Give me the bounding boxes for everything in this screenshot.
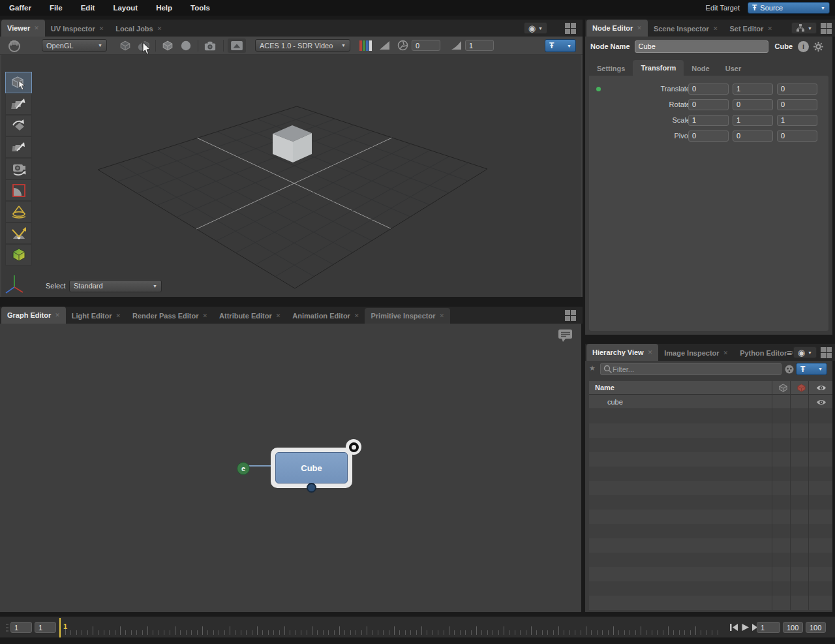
scale-z-input[interactable] <box>777 115 817 126</box>
close-icon[interactable]: ✕ <box>34 25 39 31</box>
node-editor-focus-menu[interactable]: ▼ <box>791 22 817 34</box>
channels-icon[interactable] <box>357 38 375 53</box>
tab-scene-inspector[interactable]: Scene Inspector ✕ <box>648 21 724 37</box>
translate-y-input[interactable] <box>733 84 773 95</box>
column-red-cube-icon[interactable] <box>797 383 806 393</box>
rotate-tool-button[interactable] <box>5 115 32 136</box>
close-icon[interactable]: ✕ <box>713 25 718 32</box>
tab-graph-editor[interactable]: Graph Editor ✕ <box>1 307 66 324</box>
menu-tools[interactable]: Tools <box>181 4 219 12</box>
tab-image-inspector[interactable]: Image Inspector ✕ <box>658 345 734 361</box>
gear-icon[interactable] <box>813 41 824 52</box>
frame-range-start-input[interactable] <box>10 622 32 633</box>
playback-range-end-input[interactable] <box>783 622 803 633</box>
tab-primitive-inspector[interactable]: Primitive Inspector ✕ <box>365 308 450 324</box>
graph-editor-canvas[interactable]: e Cube <box>0 324 581 612</box>
close-icon[interactable]: ✕ <box>767 25 772 32</box>
image-view-icon[interactable] <box>228 38 246 53</box>
exposure-input[interactable] <box>412 40 440 51</box>
playhead[interactable] <box>59 618 61 637</box>
close-icon[interactable]: ✕ <box>99 25 104 32</box>
tab-light-editor[interactable]: Light Editor ✕ <box>66 308 127 324</box>
annotation-icon[interactable] <box>558 329 573 343</box>
translate-x-input[interactable] <box>688 84 729 95</box>
display-transform-dropdown[interactable]: ACES 1.0 - SDR Video ▼ <box>255 39 350 52</box>
hierarchy-row-cube[interactable]: cube <box>589 395 832 409</box>
hierarchy-focus-menu[interactable]: ◉ ▼ <box>793 346 817 358</box>
close-icon[interactable]: ✕ <box>157 25 162 32</box>
rotate-x-input[interactable] <box>688 99 729 110</box>
sphere-icon[interactable] <box>177 38 195 53</box>
menu-layout[interactable]: Layout <box>104 4 147 12</box>
rotate-y-input[interactable] <box>733 99 773 110</box>
edit-target-dropdown[interactable]: Ŧ Source ▼ <box>748 2 830 14</box>
scale-y-input[interactable] <box>733 115 773 126</box>
playback-range-start-input[interactable] <box>35 622 56 633</box>
select-tool-button[interactable] <box>5 72 32 93</box>
node-output-port[interactable] <box>307 483 316 493</box>
solid-cube-icon[interactable] <box>159 38 177 53</box>
pivot-x-input[interactable] <box>688 130 729 142</box>
rotate-z-input[interactable] <box>777 99 817 110</box>
tab-set-editor[interactable]: Set Editor ✕ <box>723 21 778 37</box>
tab-attribute-editor[interactable]: Attribute Editor ✕ <box>213 308 286 324</box>
exposure-icon[interactable] <box>375 38 393 53</box>
hierarchy-header[interactable]: Name <box>589 381 832 395</box>
close-icon[interactable]: ✕ <box>276 313 281 319</box>
gamma-input[interactable] <box>465 40 494 51</box>
column-visibility-eye-icon[interactable] <box>816 384 827 392</box>
skip-to-start-button[interactable] <box>729 623 738 632</box>
gamma-icon[interactable] <box>447 38 465 53</box>
cube-node-body[interactable]: Cube <box>275 452 348 483</box>
close-icon[interactable]: ✕ <box>203 313 208 319</box>
hierarchy-rows[interactable]: cube <box>589 395 832 610</box>
tab-uv-inspector[interactable]: UV Inspector ✕ <box>45 21 110 37</box>
tab-render-pass-editor[interactable]: Render Pass Editor ✕ <box>127 308 213 324</box>
node-input-connector[interactable]: e <box>237 462 250 475</box>
close-icon[interactable]: ✕ <box>354 313 359 319</box>
renderer-dropdown[interactable]: OpenGL ▼ <box>42 39 107 52</box>
menu-file[interactable]: File <box>40 4 72 12</box>
close-icon[interactable]: ✕ <box>55 312 60 318</box>
viewer-focus-menu[interactable]: ◉ ▼ <box>524 22 547 34</box>
timeline-grip[interactable] <box>6 624 8 632</box>
close-icon[interactable]: ✕ <box>723 350 729 356</box>
subtab-transform[interactable]: Transform <box>633 60 684 76</box>
menu-help[interactable]: Help <box>147 4 181 12</box>
pivot-y-input[interactable] <box>733 130 773 142</box>
cube-mesh[interactable] <box>273 125 312 162</box>
column-cube-outline-icon[interactable] <box>778 383 788 393</box>
layout-menu-icon[interactable] <box>821 23 832 34</box>
light-position-tool-button[interactable] <box>5 222 32 244</box>
filter-input[interactable] <box>613 365 763 373</box>
frame-range-end-input[interactable] <box>806 622 826 633</box>
viewport-3d[interactable]: Select Standard ▼ <box>1 55 581 297</box>
row-visibility-eye-icon[interactable] <box>816 398 827 406</box>
close-icon[interactable]: ✕ <box>648 349 653 356</box>
camera-icon[interactable] <box>201 38 219 53</box>
translate-tool-button[interactable] <box>5 93 32 115</box>
close-icon[interactable]: ✕ <box>637 25 642 31</box>
tab-local-jobs[interactable]: Local Jobs ✕ <box>110 21 168 37</box>
camera-tool-button[interactable] <box>5 158 32 179</box>
current-frame-input[interactable] <box>757 622 780 633</box>
tab-hierarchy-view[interactable]: Hierarchy View ✕ <box>586 344 658 361</box>
tab-overflow-menu-icon[interactable]: ≡ <box>787 348 792 358</box>
focus-indicator[interactable] <box>346 439 361 455</box>
filter-search-box[interactable] <box>600 363 782 375</box>
crop-window-tool-button[interactable] <box>5 179 32 201</box>
subtab-node[interactable]: Node <box>684 61 718 76</box>
subtab-user[interactable]: User <box>718 61 749 76</box>
pivot-z-input[interactable] <box>777 130 817 142</box>
subtab-settings[interactable]: Settings <box>589 61 633 76</box>
info-icon[interactable]: i <box>798 41 809 52</box>
bookmark-star-icon[interactable]: ★ <box>589 364 596 373</box>
timeline-ruler-major[interactable] <box>65 626 723 635</box>
menu-gaffer[interactable]: Gaffer <box>0 4 40 12</box>
camera-hand-icon[interactable] <box>5 38 23 53</box>
close-icon[interactable]: ✕ <box>116 313 121 319</box>
viewer-pin-dropdown[interactable]: Ŧ ▼ <box>545 39 576 52</box>
wireframe-cube-icon[interactable] <box>116 38 134 53</box>
light-tool-button[interactable] <box>5 201 32 222</box>
close-icon[interactable]: ✕ <box>440 313 445 319</box>
